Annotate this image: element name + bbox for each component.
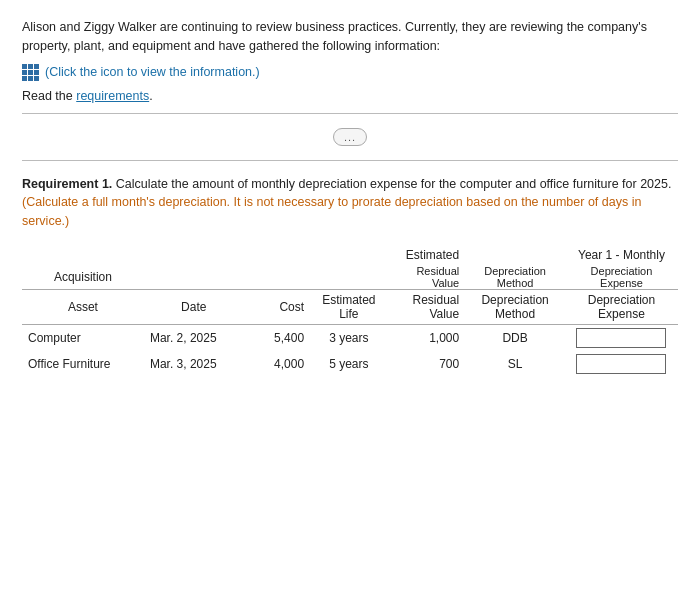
th-residual-value: Residual Value (388, 289, 466, 324)
th-dep-method-empty (465, 245, 565, 262)
th-cost-empty2 (244, 262, 310, 290)
requirement-label: Requirement 1. (22, 177, 112, 191)
residual-computer: 1,000 (388, 324, 466, 351)
cost-computer: 5,400 (244, 324, 310, 351)
expense-input-computer[interactable] (576, 328, 666, 348)
est-life-furniture: 5 years (310, 351, 388, 377)
th-est-life-empty (310, 245, 388, 262)
requirement-block: Requirement 1. Calculate the amount of m… (22, 175, 678, 231)
requirement-main-text: Calculate the amount of monthly deprecia… (112, 177, 671, 191)
table-header-row-1: Estimated Year 1 - Monthly (22, 245, 678, 262)
est-life-computer: 3 years (310, 324, 388, 351)
click-icon-text: (Click the icon to view the information.… (45, 65, 260, 79)
expand-btn-row: ... (22, 128, 678, 146)
th-est-life-empty2 (310, 262, 388, 290)
expand-button[interactable]: ... (333, 128, 367, 146)
th-dep-expense-label: Depreciation Expense (565, 262, 678, 290)
dep-method-computer: DDB (465, 324, 565, 351)
th-acq-label: Acquisition (22, 262, 144, 290)
section-divider (22, 160, 678, 161)
depreciation-table: Estimated Year 1 - Monthly Acquisition R… (22, 245, 678, 377)
read-label: Read the (22, 89, 76, 103)
th-date: Date (144, 289, 244, 324)
th-cost: Cost (244, 289, 310, 324)
th-asset: Asset (22, 289, 144, 324)
acq-date-furniture: Mar. 3, 2025 (144, 351, 244, 377)
asset-name-computer: Computer (22, 324, 144, 351)
th-dep-method-label: Depreciation Method (465, 262, 565, 290)
read-period: . (149, 89, 152, 103)
asset-name-furniture: Office Furniture (22, 351, 144, 377)
intro-paragraph: Alison and Ziggy Walker are continuing t… (22, 18, 678, 56)
table-row: Computer Mar. 2, 2025 5,400 3 years 1,00… (22, 324, 678, 351)
acq-date-computer: Mar. 2, 2025 (144, 324, 244, 351)
requirements-link[interactable]: requirements (76, 89, 149, 103)
th-residual-label: Residual Value (388, 262, 466, 290)
expense-input-computer-cell (565, 324, 678, 351)
th-estimated-header: Estimated (388, 245, 466, 262)
requirement-title: Requirement 1. Calculate the amount of m… (22, 175, 678, 231)
top-divider (22, 113, 678, 114)
th-asset-empty (22, 245, 144, 262)
th-expense: Depreciation Expense (565, 289, 678, 324)
requirement-orange-text: (Calculate a full month's depreciation. … (22, 195, 641, 228)
th-date-label (144, 262, 244, 290)
expense-input-furniture-cell (565, 351, 678, 377)
read-requirements-row: Read the requirements. (22, 89, 678, 103)
expense-input-furniture[interactable] (576, 354, 666, 374)
dep-method-furniture: SL (465, 351, 565, 377)
th-est-life: Estimated Life (310, 289, 388, 324)
th-dep-method: Depreciation Method (465, 289, 565, 324)
th-cost-empty (244, 245, 310, 262)
table-header-row-1b: Acquisition Residual Value Depreciation … (22, 262, 678, 290)
th-acq-empty (144, 245, 244, 262)
table-header-row-2: Asset Date Cost Estimated Life Residual … (22, 289, 678, 324)
residual-furniture: 700 (388, 351, 466, 377)
table-row: Office Furniture Mar. 3, 2025 4,000 5 ye… (22, 351, 678, 377)
th-year1-header: Year 1 - Monthly (565, 245, 678, 262)
grid-icon[interactable] (22, 64, 39, 81)
table-body: Computer Mar. 2, 2025 5,400 3 years 1,00… (22, 324, 678, 377)
cost-furniture: 4,000 (244, 351, 310, 377)
